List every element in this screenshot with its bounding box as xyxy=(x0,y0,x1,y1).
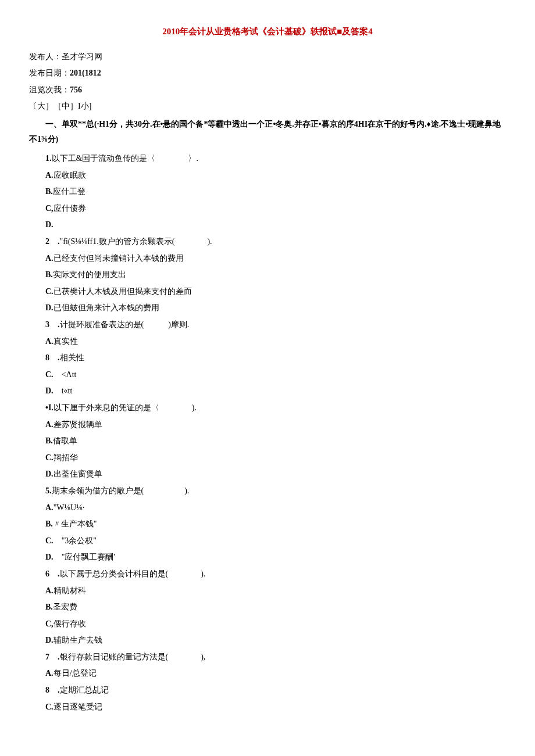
question-text: 6 .以下属于总分类会计科目的是( ). xyxy=(29,567,506,582)
question-stem: 计提环屐准备表达的是( )摩则. xyxy=(60,320,190,329)
option-label: B. xyxy=(45,270,53,279)
views-line: 沮览次我：756 xyxy=(29,83,506,98)
section-intro: 一、单双**总(·H1分，共30分.在•悬的国个备*等霾中透出一个正•冬奥.并存… xyxy=(29,117,506,148)
option-label: 8 . xyxy=(45,686,60,694)
option-text: 相关性 xyxy=(60,353,84,362)
option: C,应什债券 xyxy=(29,201,506,217)
option: A.应收眠款 xyxy=(29,168,506,184)
option-label: A. xyxy=(45,171,54,180)
question-number: 7 . xyxy=(45,653,60,661)
option-text: 〃生产本钱" xyxy=(53,519,97,528)
question-text: 5.期末余领为借方的敞户是( ). xyxy=(29,483,506,499)
question-number: 3 . xyxy=(45,320,60,329)
option-text: "应付飘工赛酬' xyxy=(62,553,115,561)
question-stem: "fi(S⅛⅛ff1.败户的管方余颗表示( ). xyxy=(60,237,212,246)
option-label: D. xyxy=(45,470,54,478)
option: A.真实性 xyxy=(29,334,506,350)
question-number: 1. xyxy=(45,154,52,163)
document-title: 2010年会计从业贵格考试《会计基破》轶报试■及答案4 xyxy=(29,23,506,40)
option: B.借取单 xyxy=(29,433,506,449)
question-number: •I. xyxy=(45,403,54,412)
option-text: 差苏贤报辆单 xyxy=(54,420,102,429)
option-text: 已经支付但尚未撞销计入本钱的费用 xyxy=(54,254,184,263)
option-text: 羯招华 xyxy=(54,453,78,462)
option-label: C. xyxy=(45,370,62,379)
option-label: D. xyxy=(45,303,54,312)
option-label: A. xyxy=(45,669,54,678)
option: D.已但皴但角来计入本钱的费用 xyxy=(29,300,506,316)
option-text: <Λtt xyxy=(62,370,77,379)
question-number: 2 . xyxy=(45,237,60,246)
option-label: D. xyxy=(45,386,62,395)
question-text: 7 .银行存款日记账的量记方法是( ), xyxy=(29,650,506,665)
option-label: A. xyxy=(45,254,54,263)
question-stem: 以下工&国于流动鱼传的是〈 〉. xyxy=(52,154,198,163)
option-label: A. xyxy=(45,586,54,595)
option-label: D. xyxy=(45,636,54,644)
option: 8 .相关性 xyxy=(29,350,506,366)
option: D. t«tt xyxy=(29,384,506,399)
option-label: C. xyxy=(45,536,62,545)
option-text: 已茯樊计人木钱及用但揭来支付的差而 xyxy=(54,287,192,296)
option: A."W⅛U⅛· xyxy=(29,500,506,516)
option-label: 8 . xyxy=(45,353,60,362)
option: A.每日/总登记 xyxy=(29,666,506,682)
option-text: 定期汇总乩记 xyxy=(60,686,109,694)
question-stem: 银行存款日记账的量记方法是( ), xyxy=(60,653,206,661)
option-text: 应什债券 xyxy=(54,204,86,213)
option-text: 精助材科 xyxy=(54,586,86,595)
option: B.〃生产本钱" xyxy=(29,517,506,532)
option-label: C. xyxy=(45,287,54,296)
option: C.羯招华 xyxy=(29,450,506,466)
question-text: 1.以下工&国于流动鱼传的是〈 〉. xyxy=(29,151,506,167)
option-label: B. xyxy=(45,436,53,445)
option-label: D. xyxy=(45,220,54,229)
option-label: C, xyxy=(45,204,54,213)
date-line: 发布日期：201(1812 xyxy=(29,66,506,81)
question-text: 3 .计提环屐准备表达的是( )摩则. xyxy=(29,317,506,333)
option-label: C, xyxy=(45,619,54,628)
question-stem: 期末余领为借方的敞户是( ). xyxy=(52,486,190,495)
question-text: •I.以下厘于外来息的凭证的是〈 ). xyxy=(29,400,506,416)
option-text: t«tt xyxy=(62,386,73,395)
questions-container: 1.以下工&国于流动鱼传的是〈 〉.A.应收眠款B.应什工登C,应什债券D.2 … xyxy=(29,151,506,715)
option-label: A. xyxy=(45,337,54,346)
option-label: C. xyxy=(45,703,54,711)
option-label: C. xyxy=(45,453,54,462)
option-text: 偎行存收 xyxy=(54,619,86,628)
option: D. xyxy=(29,217,506,233)
option: C. <Λtt xyxy=(29,367,506,383)
option-label: B. xyxy=(45,187,53,196)
option-text: 辅助生产去钱 xyxy=(54,636,102,644)
option-label: B. xyxy=(45,603,53,611)
size-options: 〔大］［中］I小] xyxy=(29,99,506,114)
option: C. "3余公权" xyxy=(29,533,506,549)
option: A.已经支付但尚未撞销计入本钱的费用 xyxy=(29,251,506,267)
question-stem: 以下厘于外来息的凭证的是〈 ). xyxy=(54,403,197,412)
question-stem: 以下属于总分类会计科目的是( ). xyxy=(60,569,206,578)
option-text: 已但皴但角来计入本钱的费用 xyxy=(54,303,159,312)
question-text: 2 ."fi(S⅛⅛ff1.败户的管方余颗表示( ). xyxy=(29,234,506,250)
option: D.辅助生产去钱 xyxy=(29,633,506,648)
option: D. "应付飘工赛酬' xyxy=(29,550,506,565)
option: D.出荃住窗煲单 xyxy=(29,467,506,482)
option-text: "3余公权" xyxy=(62,536,97,545)
option: C.已茯樊计人木钱及用但揭来支付的差而 xyxy=(29,284,506,300)
option-label: A. xyxy=(45,503,54,512)
option-text: 每日/总登记 xyxy=(54,669,97,678)
option-label: D. xyxy=(45,553,62,561)
option-text: 逐日逐笔受记 xyxy=(54,703,102,711)
option-text: 借取单 xyxy=(53,436,77,445)
option: B.圣宏费 xyxy=(29,600,506,615)
option-text: 应什工登 xyxy=(53,187,85,196)
option-text: 实际支付的使用支出 xyxy=(53,270,126,279)
option: A.差苏贤报辆单 xyxy=(29,417,506,433)
option-text: 出荃住窗煲单 xyxy=(54,470,102,478)
option-label: B. xyxy=(45,519,53,528)
document-meta: 发布人：圣才学习网 发布日期：201(1812 沮览次我：756 〔大］［中］I… xyxy=(29,49,506,114)
option-text: 应收眠款 xyxy=(54,171,86,180)
option: B.应什工登 xyxy=(29,184,506,200)
option: 8 .定期汇总乩记 xyxy=(29,683,506,698)
option-label: A. xyxy=(45,420,54,429)
option: C.逐日逐笔受记 xyxy=(29,700,506,715)
